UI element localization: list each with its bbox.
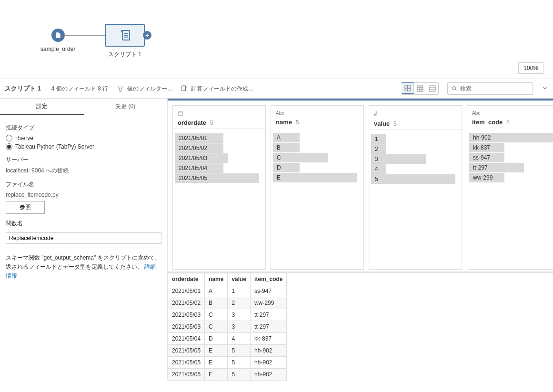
field-card[interactable]: orderdate5 2021/05/012021/05/022021/05/0…: [172, 105, 266, 270]
field-type-icon: #: [374, 111, 457, 117]
field-distinct-count: 5: [210, 120, 213, 126]
value-bar[interactable]: 2021/05/02: [175, 143, 263, 153]
svg-marker-3: [118, 86, 123, 92]
connection-type-label: 接続タイプ: [6, 124, 161, 132]
value-bar[interactable]: ss-947: [469, 153, 553, 162]
value-bar[interactable]: C: [273, 153, 362, 162]
column-header[interactable]: item_code: [251, 273, 287, 285]
table-cell: D: [205, 333, 228, 345]
value-bar[interactable]: 2: [371, 144, 460, 154]
data-grid[interactable]: orderdatenamevalueitem_code 2021/05/01A1…: [168, 271, 553, 381]
radio-tabpy[interactable]: Tableau Python (TabPy) Server: [6, 143, 161, 150]
zoom-level[interactable]: 100%: [518, 62, 543, 74]
search-input[interactable]: [460, 85, 529, 92]
table-cell: kk-837: [251, 333, 287, 345]
calc-icon: [181, 85, 188, 92]
table-row[interactable]: 2021/05/05E5hh-902: [168, 369, 287, 381]
svg-rect-4: [182, 86, 186, 91]
value-bar[interactable]: 2021/05/01: [175, 133, 263, 143]
field-type-icon: Abc: [472, 111, 553, 116]
table-cell: 3: [228, 321, 251, 333]
table-cell: ss-947: [251, 285, 287, 297]
value-bar[interactable]: E: [273, 173, 362, 182]
flow-node-input[interactable]: sample_order: [40, 29, 75, 52]
value-bar[interactable]: 3: [371, 154, 460, 164]
column-header[interactable]: name: [205, 273, 228, 285]
browse-button[interactable]: 参照: [6, 201, 45, 214]
flow-connector: [64, 35, 105, 36]
table-cell: 4: [228, 333, 251, 345]
field-card[interactable]: # value5 12345: [369, 105, 462, 270]
field-type-icon: [178, 111, 261, 116]
svg-rect-21: [179, 112, 183, 116]
svg-rect-10: [408, 89, 410, 91]
table-cell: 2021/05/04: [168, 333, 205, 345]
radio-icon: [6, 143, 12, 150]
table-cell: 2021/05/01: [168, 285, 205, 297]
field-name: item_code5: [472, 119, 553, 126]
table-row[interactable]: 2021/05/04D4kk-837: [168, 333, 287, 345]
add-step-button[interactable]: +: [143, 31, 151, 40]
expand-button[interactable]: [542, 85, 548, 93]
function-name-input[interactable]: [6, 232, 161, 244]
view-list-button[interactable]: [426, 83, 438, 94]
datasource-icon: [51, 29, 65, 42]
settings-panel: 設定 変更 (0) 接続タイプ Rserve Tableau Python (T…: [0, 99, 168, 381]
table-cell: 5: [228, 357, 251, 369]
radio-rserve[interactable]: Rserve: [6, 135, 161, 141]
step-subtitle: 4 個のフィールド 8 行: [51, 85, 108, 93]
value-bar[interactable]: hh-902: [469, 133, 553, 142]
column-header[interactable]: orderdate: [168, 273, 205, 285]
value-bar[interactable]: B: [273, 143, 362, 152]
value-bar[interactable]: D: [273, 163, 362, 172]
table-cell: ww-299: [251, 297, 287, 309]
table-row[interactable]: 2021/05/03C3tt-297: [168, 309, 287, 321]
table-cell: 5: [228, 369, 251, 381]
tab-settings[interactable]: 設定: [0, 99, 84, 115]
value-bar[interactable]: 1: [371, 134, 460, 144]
script-icon: +: [105, 24, 145, 47]
field-card[interactable]: Abc item_code5 hh-902kk-837ss-947tt-297w…: [467, 105, 553, 270]
table-cell: 5: [228, 345, 251, 357]
view-toggle-group: [402, 82, 439, 95]
table-cell: hh-902: [251, 369, 287, 381]
value-bar[interactable]: 2021/05/05: [175, 173, 263, 183]
create-calculated-field-button[interactable]: 計算フィールドの作成...: [181, 85, 253, 93]
column-header[interactable]: value: [228, 273, 251, 285]
table-row[interactable]: 2021/05/05E5hh-902: [168, 345, 287, 357]
flow-node-script-label: スクリプト 1: [105, 50, 145, 59]
value-bar[interactable]: tt-297: [469, 163, 553, 172]
value-bar[interactable]: 4: [371, 164, 460, 174]
table-cell: E: [205, 369, 228, 381]
value-bar[interactable]: ww-299: [469, 173, 553, 182]
field-card[interactable]: Abc name5 ABCDE: [271, 105, 364, 270]
table-row[interactable]: 2021/05/01A1ss-947: [168, 285, 287, 297]
table-cell: hh-902: [251, 357, 287, 369]
tab-changes[interactable]: 変更 (0): [84, 99, 168, 115]
table-row[interactable]: 2021/05/03C3tt-297: [168, 321, 287, 333]
view-profile-button[interactable]: [402, 82, 414, 94]
svg-rect-7: [405, 85, 407, 88]
file-label: ファイル名: [6, 181, 161, 189]
view-grid-button[interactable]: [413, 83, 426, 94]
function-label: 関数名: [6, 220, 161, 228]
table-row[interactable]: 2021/05/05E5hh-902: [168, 357, 287, 369]
radio-icon: [6, 135, 12, 141]
table-row[interactable]: 2021/05/02B2ww-299: [168, 297, 287, 309]
field-distinct-count: 5: [393, 121, 397, 127]
table-cell: 2021/05/05: [168, 345, 205, 357]
table-cell: 2021/05/03: [168, 321, 205, 333]
search-box[interactable]: [447, 82, 533, 95]
schema-note: スキーマ関数 "get_output_schema" をスクリプトに含めて、返さ…: [6, 253, 161, 281]
flow-canvas[interactable]: sample_order + スクリプト 1 100%: [0, 0, 553, 79]
filter-values-button[interactable]: 値のフィルター...: [117, 85, 172, 93]
value-bar[interactable]: kk-837: [469, 143, 553, 152]
profile-cards: orderdate5 2021/05/012021/05/022021/05/0…: [168, 101, 553, 271]
filter-icon: [117, 85, 124, 92]
svg-rect-8: [408, 85, 410, 88]
flow-node-script[interactable]: + スクリプト 1: [105, 24, 145, 59]
value-bar[interactable]: 2021/05/04: [175, 163, 263, 173]
value-bar[interactable]: 2021/05/03: [175, 153, 263, 163]
value-bar[interactable]: 5: [371, 174, 460, 184]
value-bar[interactable]: A: [273, 133, 362, 142]
